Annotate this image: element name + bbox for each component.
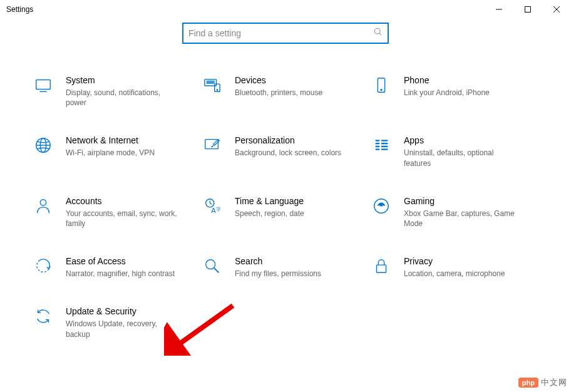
search-input[interactable]: [188, 28, 374, 38]
tile-desc: Xbox Game Bar, captures, Game Mode: [404, 209, 517, 229]
tile-title: Personalization: [235, 135, 341, 145]
magnifier-icon: [201, 255, 224, 277]
watermark: php 中文网: [518, 377, 567, 388]
tile-ease-of-access[interactable]: Ease of Access Narrator, magnifier, high…: [32, 255, 201, 279]
tile-time-language[interactable]: A字 Time & Language Speech, region, date: [201, 195, 370, 229]
tile-desc: Display, sound, notifications, power: [66, 88, 178, 108]
svg-line-31: [210, 203, 212, 204]
ease-of-access-icon: [32, 255, 54, 277]
tile-title: System: [66, 75, 178, 85]
window-title: Settings: [6, 5, 33, 14]
apps-icon: [370, 134, 393, 157]
tile-devices[interactable]: Devices Bluetooth, printers, mouse: [201, 74, 370, 108]
tile-desc: Find my files, permissions: [235, 269, 321, 279]
search-container: [0, 23, 571, 44]
tile-title: Network & Internet: [66, 135, 155, 145]
svg-point-4: [374, 28, 380, 34]
tile-title: Apps: [404, 135, 517, 145]
svg-point-13: [217, 90, 218, 91]
window-titlebar: Settings: [0, 0, 571, 19]
tile-privacy[interactable]: Privacy Location, camera, microphone: [370, 255, 539, 279]
svg-line-5: [379, 33, 381, 35]
maximize-button[interactable]: [513, 0, 542, 19]
paintbrush-icon: [201, 134, 224, 157]
svg-text:字: 字: [216, 205, 221, 212]
tile-title: Gaming: [404, 196, 517, 206]
svg-rect-6: [36, 80, 51, 90]
tile-desc: Link your Android, iPhone: [404, 88, 490, 98]
svg-point-28: [40, 199, 46, 205]
tile-title: Devices: [235, 75, 322, 85]
close-button[interactable]: [542, 0, 571, 19]
gaming-icon: [370, 195, 393, 217]
tile-title: Time & Language: [235, 196, 304, 206]
tile-network[interactable]: Network & Internet Wi-Fi, airplane mode,…: [32, 134, 201, 168]
svg-line-36: [214, 268, 219, 273]
tile-desc: Windows Update, recovery, backup: [66, 319, 178, 339]
tile-personalization[interactable]: Personalization Background, lock screen,…: [201, 134, 370, 168]
tile-desc: Uninstall, defaults, optional features: [404, 148, 517, 168]
phone-icon: [370, 74, 393, 96]
tile-desc: Location, camera, microphone: [404, 269, 505, 279]
globe-icon: [32, 134, 54, 157]
tile-search[interactable]: Search Find my files, permissions: [201, 255, 370, 279]
watermark-badge: php: [518, 378, 538, 388]
tile-title: Accounts: [66, 196, 178, 206]
tile-desc: Speech, region, date: [235, 209, 304, 219]
svg-rect-1: [525, 7, 531, 13]
tile-gaming[interactable]: Gaming Xbox Game Bar, captures, Game Mod…: [370, 195, 539, 229]
minimize-button[interactable]: [485, 0, 513, 19]
tile-title: Privacy: [404, 256, 505, 266]
tile-title: Phone: [404, 75, 490, 85]
tile-title: Ease of Access: [66, 256, 175, 266]
time-language-icon: A字: [201, 195, 224, 217]
tile-title: Search: [235, 256, 321, 266]
watermark-text: 中文网: [541, 377, 567, 388]
tile-desc: Narrator, magnifier, high contrast: [66, 269, 175, 279]
lock-icon: [370, 255, 393, 277]
devices-icon: [201, 74, 224, 96]
tile-desc: Background, lock screen, colors: [235, 148, 341, 158]
tile-phone[interactable]: Phone Link your Android, iPhone: [370, 74, 539, 108]
settings-grid: System Display, sound, notifications, po…: [0, 74, 571, 339]
svg-point-35: [206, 260, 215, 269]
tile-system[interactable]: System Display, sound, notifications, po…: [32, 74, 201, 108]
update-icon: [32, 305, 54, 328]
tile-desc: Wi-Fi, airplane mode, VPN: [66, 148, 155, 158]
system-icon: [32, 74, 54, 96]
svg-point-15: [381, 90, 382, 91]
tile-apps[interactable]: Apps Uninstall, defaults, optional featu…: [370, 134, 539, 168]
search-box[interactable]: [182, 23, 389, 44]
search-icon: [374, 28, 383, 39]
person-icon: [32, 195, 54, 217]
svg-rect-37: [377, 265, 386, 272]
window-controls: [485, 0, 571, 19]
tile-update-security[interactable]: Update & Security Windows Update, recove…: [32, 305, 201, 339]
tile-accounts[interactable]: Accounts Your accounts, email, sync, wor…: [32, 195, 201, 229]
tile-desc: Your accounts, email, sync, work, family: [66, 209, 178, 229]
tile-desc: Bluetooth, printers, mouse: [235, 88, 322, 98]
tile-title: Update & Security: [66, 306, 178, 316]
